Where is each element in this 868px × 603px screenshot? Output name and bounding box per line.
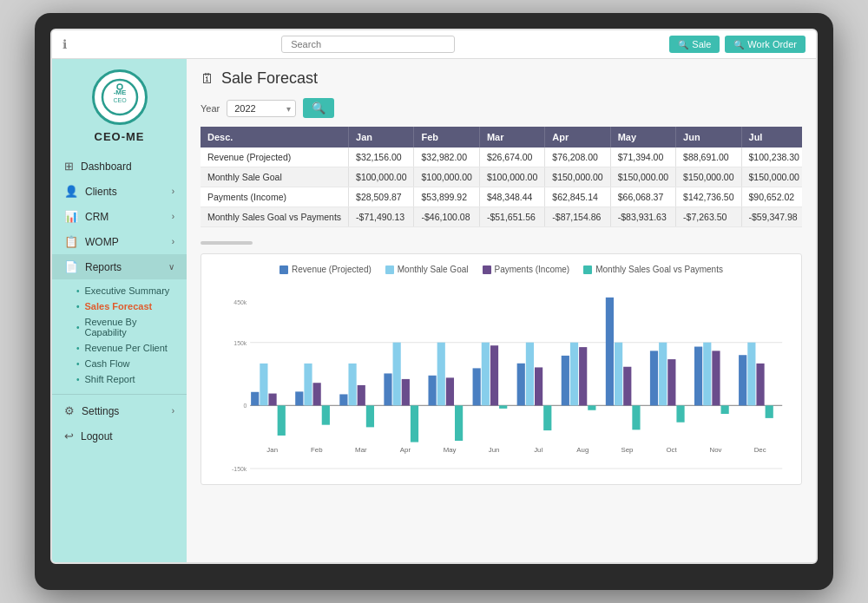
bar — [499, 405, 507, 409]
search-input[interactable] — [281, 36, 455, 53]
cell-value: -$59,347.98 — [741, 207, 802, 227]
cell-value: $150,000.00 — [741, 167, 802, 187]
sidebar-dashboard-label: Dashboard — [81, 161, 132, 173]
bar — [659, 343, 667, 406]
sidebar-item-crm[interactable]: 📊 CRM › — [52, 204, 187, 229]
row-label: Payments (Income) — [201, 187, 349, 207]
legend-goal-label: Monthly Sale Goal — [398, 265, 469, 274]
sidebar-sub-revenue-capability[interactable]: Revenue By Capability — [76, 314, 187, 340]
nav-buttons: 🔍 Sale 🔍 Work Order — [669, 36, 806, 53]
sidebar-reports-label: Reports — [85, 261, 122, 273]
bar — [268, 394, 276, 406]
bar — [694, 347, 702, 406]
bar — [543, 405, 551, 430]
logo-svg: -ME CEO — [101, 78, 139, 116]
chart-area: Revenue (Projected) Monthly Sale Goal Pa… — [201, 253, 802, 485]
revenue-client-label: Revenue Per Client — [85, 343, 168, 353]
bar — [766, 405, 773, 418]
svg-text:Jul: Jul — [534, 446, 542, 454]
legend-payments: Payments (Income) — [483, 265, 570, 274]
bar — [703, 343, 711, 406]
cell-value: $100,000.00 — [479, 167, 544, 187]
bar — [517, 364, 525, 406]
cell-value: $150,000.00 — [610, 167, 675, 187]
bar — [482, 343, 490, 406]
svg-text:Sep: Sep — [621, 446, 634, 454]
crm-arrow-icon: › — [172, 212, 174, 221]
cell-value: $53,899.92 — [414, 187, 479, 207]
sidebar-sub-executive-summary[interactable]: Executive Summary — [76, 283, 187, 298]
sidebar-item-settings[interactable]: ⚙ Settings › — [52, 398, 187, 423]
settings-icon: ⚙ — [64, 404, 75, 417]
cell-value: -$51,651.56 — [479, 207, 544, 227]
bar — [260, 364, 267, 405]
sidebar-nav: ⊞ Dashboard 👤 Clients › 📊 CRM › 📋 — [52, 154, 187, 449]
sidebar-sub-shift-report[interactable]: Shift Report — [76, 371, 187, 387]
bar — [579, 347, 587, 405]
legend-goal-dot — [385, 265, 394, 274]
bar — [322, 405, 330, 424]
table-head: Desc. Jan Feb Mar Apr May Jun Jul Aug Se… — [201, 127, 802, 147]
info-icon[interactable]: ℹ — [62, 37, 67, 51]
bar — [393, 343, 401, 406]
sidebar-item-clients[interactable]: 👤 Clients › — [52, 179, 187, 204]
main-layout: -ME CEO CEO-ME ⊞ Dashboard 👤 Clients › — [52, 59, 816, 562]
sidebar-item-reports[interactable]: 📄 Reports ∨ — [52, 254, 187, 279]
womp-arrow-icon: › — [172, 237, 174, 246]
bar — [632, 405, 640, 429]
cell-value: $32,156.00 — [349, 147, 414, 167]
cell-value: $71,394.00 — [610, 147, 675, 167]
sidebar-sub-cash-flow[interactable]: Cash Flow — [76, 356, 187, 371]
bar — [366, 405, 374, 427]
cell-value: $100,000.00 — [414, 167, 479, 187]
svg-text:Mar: Mar — [355, 446, 367, 454]
search-bar — [74, 36, 662, 53]
crm-icon: 📊 — [64, 210, 78, 223]
svg-text:Feb: Feb — [311, 446, 323, 454]
cell-value: $88,691.00 — [676, 147, 741, 167]
col-mar: Mar — [479, 127, 544, 147]
cell-value: $150,000.00 — [545, 167, 610, 187]
bar — [676, 405, 684, 422]
sidebar-sub-revenue-client[interactable]: Revenue Per Client — [76, 340, 187, 356]
shift-report-label: Shift Report — [85, 374, 135, 384]
table-row: Revenue (Projected)$32,156.00$32,982.00$… — [201, 147, 802, 167]
bar — [562, 356, 569, 405]
bar — [446, 377, 454, 405]
womp-icon: 📋 — [64, 235, 78, 248]
sales-forecast-label: Sales Forecast — [85, 301, 153, 311]
sidebar-item-dashboard[interactable]: ⊞ Dashboard — [52, 154, 187, 179]
legend-revenue-label: Revenue (Projected) — [292, 265, 372, 274]
work-order-button[interactable]: 🔍 Work Order — [725, 36, 806, 53]
cell-value: -$83,931.63 — [610, 207, 675, 227]
bar — [747, 343, 755, 406]
wo-label: Work Order — [747, 39, 797, 49]
legend-revenue-dot — [279, 265, 288, 274]
bar — [606, 298, 614, 406]
svg-text:CEO: CEO — [113, 97, 127, 103]
sidebar-item-logout[interactable]: ↩ Logout — [52, 423, 187, 449]
table-body: Revenue (Projected)$32,156.00$32,982.00$… — [201, 147, 802, 227]
bar — [721, 405, 729, 414]
legend-goal: Monthly Sale Goal — [385, 265, 469, 274]
executive-summary-label: Executive Summary — [85, 285, 170, 296]
filter-search-button[interactable]: 🔍 — [303, 98, 334, 118]
bar — [570, 343, 578, 406]
bar-chart: 300k150k0-150kJanFebMarAprMayJunJulAugSe… — [212, 283, 791, 474]
sale-button[interactable]: 🔍 Sale — [669, 36, 720, 53]
cell-value: -$7,263.50 — [676, 207, 741, 227]
svg-text:Nov: Nov — [710, 446, 722, 454]
sidebar-sub-sales-forecast[interactable]: Sales Forecast — [76, 298, 187, 314]
legend-gvp-label: Monthly Sales Goal vs Payments — [595, 265, 723, 274]
top-nav: ℹ 🔍 Sale 🔍 Work Order — [52, 30, 816, 59]
bar — [339, 394, 347, 405]
sidebar-item-womp[interactable]: 📋 WOMP › — [52, 229, 187, 254]
bar — [358, 385, 365, 405]
revenue-capability-label: Revenue By Capability — [85, 317, 174, 338]
bar — [615, 343, 622, 406]
bar — [402, 379, 410, 405]
year-select[interactable]: 2022 2021 2020 2023 — [227, 100, 296, 117]
col-jun: Jun — [676, 127, 741, 147]
col-jan: Jan — [349, 127, 414, 147]
cash-flow-label: Cash Flow — [85, 358, 130, 369]
